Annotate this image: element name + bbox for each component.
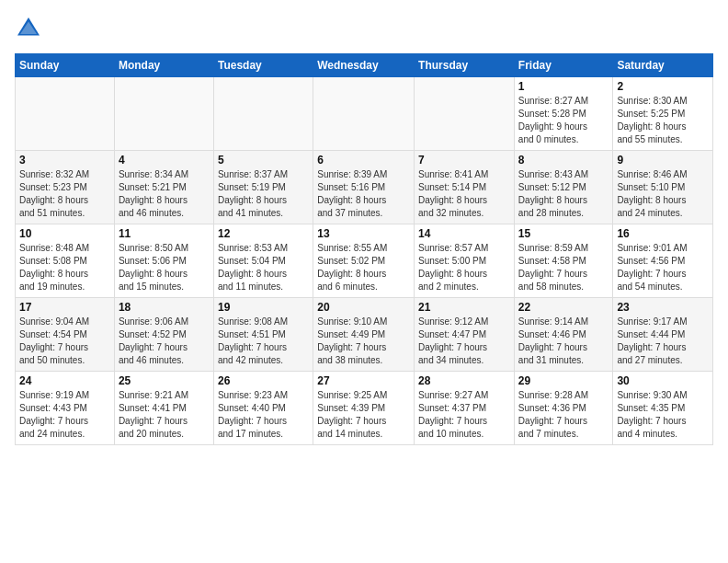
calendar-cell: 25Sunrise: 9:21 AM Sunset: 4:41 PM Dayli… [114, 372, 213, 445]
day-number: 26 [218, 374, 309, 387]
day-info: Sunrise: 9:08 AM Sunset: 4:51 PM Dayligh… [218, 316, 309, 367]
day-number: 7 [418, 154, 510, 167]
calendar-cell [313, 77, 415, 151]
day-info: Sunrise: 9:21 AM Sunset: 4:41 PM Dayligh… [119, 389, 210, 441]
day-info: Sunrise: 8:55 AM Sunset: 5:02 PM Dayligh… [317, 242, 410, 293]
day-number: 14 [418, 227, 510, 240]
day-number: 19 [218, 301, 309, 314]
calendar-cell [213, 77, 313, 151]
day-number: 6 [317, 154, 410, 167]
calendar-cell: 14Sunrise: 8:57 AM Sunset: 5:00 PM Dayli… [415, 224, 515, 298]
day-number: 21 [418, 301, 510, 314]
calendar-header-row: SundayMondayTuesdayWednesdayThursdayFrid… [16, 54, 713, 77]
day-info: Sunrise: 9:04 AM Sunset: 4:54 PM Dayligh… [19, 316, 110, 367]
calendar-cell: 22Sunrise: 9:14 AM Sunset: 4:46 PM Dayli… [514, 298, 613, 372]
day-number: 3 [19, 154, 110, 167]
day-number: 11 [119, 227, 210, 240]
day-number: 16 [617, 227, 709, 240]
calendar-cell: 23Sunrise: 9:17 AM Sunset: 4:44 PM Dayli… [613, 298, 713, 372]
day-number: 9 [617, 154, 709, 167]
calendar-cell: 30Sunrise: 9:30 AM Sunset: 4:35 PM Dayli… [613, 372, 713, 445]
calendar-cell: 19Sunrise: 9:08 AM Sunset: 4:51 PM Dayli… [213, 298, 313, 372]
day-number: 4 [119, 154, 210, 167]
day-info: Sunrise: 8:43 AM Sunset: 5:12 PM Dayligh… [518, 168, 609, 220]
day-number: 29 [518, 374, 609, 387]
col-header-wednesday: Wednesday [313, 54, 415, 77]
calendar-cell: 2Sunrise: 8:30 AM Sunset: 5:25 PM Daylig… [613, 77, 713, 151]
day-info: Sunrise: 8:59 AM Sunset: 4:58 PM Dayligh… [518, 242, 609, 293]
page: SundayMondayTuesdayWednesdayThursdayFrid… [0, 0, 728, 563]
calendar-cell: 6Sunrise: 8:39 AM Sunset: 5:16 PM Daylig… [313, 151, 415, 224]
day-info: Sunrise: 9:19 AM Sunset: 4:43 PM Dayligh… [19, 389, 110, 441]
day-info: Sunrise: 8:34 AM Sunset: 5:21 PM Dayligh… [119, 168, 210, 220]
day-info: Sunrise: 9:12 AM Sunset: 4:47 PM Dayligh… [418, 316, 510, 367]
day-info: Sunrise: 9:01 AM Sunset: 4:56 PM Dayligh… [617, 242, 709, 293]
calendar-cell [114, 77, 213, 151]
day-info: Sunrise: 8:30 AM Sunset: 5:25 PM Dayligh… [617, 95, 709, 146]
day-info: Sunrise: 8:32 AM Sunset: 5:23 PM Dayligh… [19, 168, 110, 220]
calendar-cell: 11Sunrise: 8:50 AM Sunset: 5:06 PM Dayli… [114, 224, 213, 298]
day-number: 5 [218, 154, 309, 167]
day-info: Sunrise: 8:27 AM Sunset: 5:28 PM Dayligh… [518, 95, 609, 146]
day-info: Sunrise: 8:46 AM Sunset: 5:10 PM Dayligh… [617, 168, 709, 220]
calendar-cell [16, 77, 115, 151]
calendar-cell: 20Sunrise: 9:10 AM Sunset: 4:49 PM Dayli… [313, 298, 415, 372]
day-number: 12 [218, 227, 309, 240]
calendar-cell: 7Sunrise: 8:41 AM Sunset: 5:14 PM Daylig… [415, 151, 515, 224]
day-number: 17 [19, 301, 110, 314]
week-row-2: 3Sunrise: 8:32 AM Sunset: 5:23 PM Daylig… [16, 151, 713, 224]
day-info: Sunrise: 9:17 AM Sunset: 4:44 PM Dayligh… [617, 316, 709, 367]
day-info: Sunrise: 9:10 AM Sunset: 4:49 PM Dayligh… [317, 316, 410, 367]
calendar-cell: 12Sunrise: 8:53 AM Sunset: 5:04 PM Dayli… [213, 224, 313, 298]
day-number: 13 [317, 227, 410, 240]
calendar-cell: 4Sunrise: 8:34 AM Sunset: 5:21 PM Daylig… [114, 151, 213, 224]
col-header-saturday: Saturday [613, 54, 713, 77]
day-number: 23 [617, 301, 709, 314]
calendar-cell: 8Sunrise: 8:43 AM Sunset: 5:12 PM Daylig… [514, 151, 613, 224]
day-info: Sunrise: 8:37 AM Sunset: 5:19 PM Dayligh… [218, 168, 309, 220]
day-number: 28 [418, 374, 510, 387]
day-number: 10 [19, 227, 110, 240]
calendar-cell: 28Sunrise: 9:27 AM Sunset: 4:37 PM Dayli… [415, 372, 515, 445]
week-row-3: 10Sunrise: 8:48 AM Sunset: 5:08 PM Dayli… [16, 224, 713, 298]
day-number: 18 [119, 301, 210, 314]
day-number: 15 [518, 227, 609, 240]
calendar-cell: 1Sunrise: 8:27 AM Sunset: 5:28 PM Daylig… [514, 77, 613, 151]
calendar-cell: 9Sunrise: 8:46 AM Sunset: 5:10 PM Daylig… [613, 151, 713, 224]
day-info: Sunrise: 9:27 AM Sunset: 4:37 PM Dayligh… [418, 389, 510, 441]
week-row-1: 1Sunrise: 8:27 AM Sunset: 5:28 PM Daylig… [16, 77, 713, 151]
calendar-cell: 13Sunrise: 8:55 AM Sunset: 5:02 PM Dayli… [313, 224, 415, 298]
week-row-4: 17Sunrise: 9:04 AM Sunset: 4:54 PM Dayli… [16, 298, 713, 372]
calendar-cell: 3Sunrise: 8:32 AM Sunset: 5:23 PM Daylig… [16, 151, 115, 224]
day-info: Sunrise: 8:39 AM Sunset: 5:16 PM Dayligh… [317, 168, 410, 220]
day-info: Sunrise: 8:53 AM Sunset: 5:04 PM Dayligh… [218, 242, 309, 293]
calendar-cell: 29Sunrise: 9:28 AM Sunset: 4:36 PM Dayli… [514, 372, 613, 445]
day-number: 30 [617, 374, 709, 387]
col-header-tuesday: Tuesday [213, 54, 313, 77]
week-row-5: 24Sunrise: 9:19 AM Sunset: 4:43 PM Dayli… [16, 372, 713, 445]
day-number: 20 [317, 301, 410, 314]
day-number: 1 [518, 80, 609, 93]
col-header-sunday: Sunday [16, 54, 115, 77]
calendar-cell: 27Sunrise: 9:25 AM Sunset: 4:39 PM Dayli… [313, 372, 415, 445]
day-number: 24 [19, 374, 110, 387]
calendar-cell: 21Sunrise: 9:12 AM Sunset: 4:47 PM Dayli… [415, 298, 515, 372]
day-info: Sunrise: 9:23 AM Sunset: 4:40 PM Dayligh… [218, 389, 309, 441]
day-number: 22 [518, 301, 609, 314]
calendar-cell: 17Sunrise: 9:04 AM Sunset: 4:54 PM Dayli… [16, 298, 115, 372]
day-info: Sunrise: 8:50 AM Sunset: 5:06 PM Dayligh… [119, 242, 210, 293]
calendar-cell: 26Sunrise: 9:23 AM Sunset: 4:40 PM Dayli… [213, 372, 313, 445]
calendar-cell: 5Sunrise: 8:37 AM Sunset: 5:19 PM Daylig… [213, 151, 313, 224]
day-info: Sunrise: 8:57 AM Sunset: 5:00 PM Dayligh… [418, 242, 510, 293]
day-info: Sunrise: 9:28 AM Sunset: 4:36 PM Dayligh… [518, 389, 609, 441]
calendar-cell: 24Sunrise: 9:19 AM Sunset: 4:43 PM Dayli… [16, 372, 115, 445]
day-info: Sunrise: 9:14 AM Sunset: 4:46 PM Dayligh… [518, 316, 609, 367]
day-number: 27 [317, 374, 410, 387]
calendar-cell: 10Sunrise: 8:48 AM Sunset: 5:08 PM Dayli… [16, 224, 115, 298]
day-number: 2 [617, 80, 709, 93]
col-header-monday: Monday [114, 54, 213, 77]
calendar-cell: 18Sunrise: 9:06 AM Sunset: 4:52 PM Dayli… [114, 298, 213, 372]
day-number: 25 [119, 374, 210, 387]
day-info: Sunrise: 8:41 AM Sunset: 5:14 PM Dayligh… [418, 168, 510, 220]
logo [15, 15, 46, 42]
